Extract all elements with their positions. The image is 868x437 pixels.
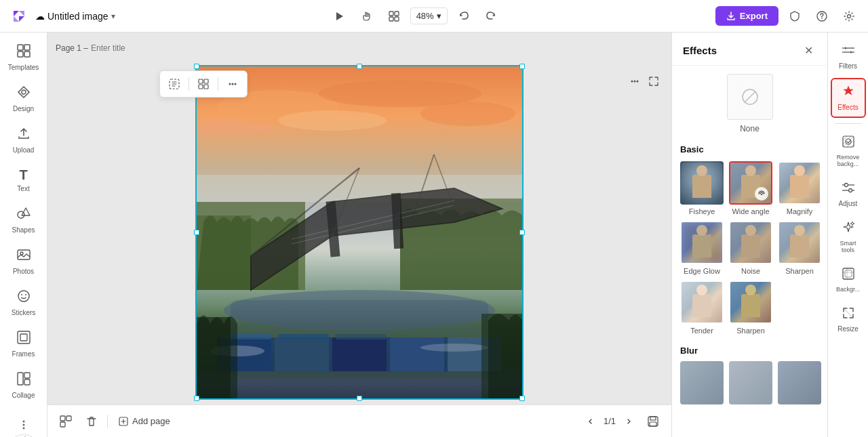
background-label: Backgr... [836,286,860,293]
frames-icon [16,330,31,348]
svg-rect-23 [24,373,30,378]
fullscreen-button[interactable] [644,72,663,91]
settings-filters[interactable]: Filters [831,38,866,75]
hand-tool-button[interactable] [356,5,378,27]
selection-handle-br[interactable] [519,396,525,401]
sidebar-item-templates[interactable]: Templates [3,38,44,77]
blur-grid [680,361,819,404]
selection-handle-mr[interactable] [519,230,525,235]
sidebar-item-upload[interactable]: Upload [3,121,44,159]
canvas-image[interactable] [197,66,522,398]
canvas-more-button[interactable] [625,72,644,91]
arrange-button[interactable] [56,411,76,432]
effect-noise[interactable]: Noise [729,221,772,275]
help-button[interactable] [811,5,833,27]
svg-rect-30 [204,79,208,83]
grid-tool-button[interactable] [193,74,214,94]
layout-button[interactable] [383,5,405,27]
design-icon [16,85,31,103]
svg-point-43 [420,102,515,126]
text-icon: T [19,167,27,183]
svg-rect-64 [390,337,444,371]
collage-icon [16,371,31,390]
zoom-chevron: ▾ [437,11,441,21]
sharpen2-label: Sharpen [736,327,765,335]
blur-item-1[interactable] [680,361,724,404]
select-tool-button[interactable] [164,74,184,94]
effect-sharpen2[interactable]: Sharpen [729,280,772,335]
svg-rect-74 [66,416,71,421]
add-page-button[interactable]: Add page [113,413,176,429]
sharpen-label: Sharpen [785,267,814,275]
svg-marker-0 [336,12,343,20]
effects-none-option[interactable]: None [680,74,819,133]
zoom-value: 48% [416,11,434,21]
selection-handle-tm[interactable] [357,64,362,69]
effect-tender[interactable]: Tender [680,280,724,335]
selection-handle-ml[interactable] [194,230,199,235]
sidebar-item-shapes[interactable]: Shapes [3,201,44,239]
next-page-button[interactable] [621,413,637,430]
remove-bg-label: Remove backg... [833,154,863,167]
settings-effects[interactable]: Effects [831,78,866,118]
sidebar-item-stickers[interactable]: Stickers [3,283,44,322]
effect-sharpen[interactable]: Sharpen [778,221,821,275]
selection-handle-bl[interactable] [194,396,199,401]
play-button[interactable] [329,5,351,27]
sidebar-item-frames[interactable]: Frames [3,325,44,363]
svg-line-99 [844,308,853,318]
sidebar-item-text[interactable]: T Text [3,162,44,198]
svg-point-90 [846,139,851,144]
svg-line-81 [745,91,755,102]
none-box [727,74,773,120]
sidebar-item-collage[interactable]: Collage [3,366,44,404]
svg-rect-1 [389,12,393,16]
settings-resize[interactable]: Resize [831,301,866,338]
more-tool-button[interactable] [222,74,243,94]
svg-rect-15 [18,250,30,259]
effect-edge-glow[interactable]: Edge Glow [680,221,724,275]
effect-magnify[interactable]: Magnify [778,161,821,215]
sidebar-more-button[interactable] [12,418,36,432]
templates-icon [16,43,31,62]
sidebar-collapse-button[interactable] [14,434,33,437]
settings-remove-bg[interactable]: Remove backg... [831,129,866,173]
svg-rect-8 [18,45,23,50]
settings-button[interactable] [838,5,860,27]
svg-rect-32 [204,85,208,89]
settings-background[interactable]: Backgr... [831,262,866,298]
export-button[interactable]: Export [715,6,778,26]
save-button[interactable] [643,411,663,432]
svg-rect-95 [843,268,854,279]
sidebar-item-design[interactable]: Design [3,79,44,118]
redo-button[interactable] [480,5,502,27]
svg-rect-29 [199,79,203,83]
sidebar-item-photos[interactable]: Photos [3,242,44,280]
svg-rect-3 [389,17,393,21]
settings-adjust[interactable]: Adjust [831,175,866,213]
selection-handle-tl[interactable] [194,64,199,69]
zoom-control[interactable]: 48% ▾ [410,7,448,24]
settings-smart-tools[interactable]: Smart tools [831,215,866,259]
svg-rect-68 [336,334,387,339]
blur-item-2[interactable] [729,361,772,404]
document-title[interactable]: ☁ Untitled image ▾ [35,11,115,22]
app-logo[interactable] [8,5,30,27]
shield-button[interactable] [784,5,806,27]
page-title-input[interactable] [91,43,193,53]
prev-page-button[interactable] [582,413,598,430]
undo-button[interactable] [453,5,475,27]
remove-bg-icon [842,135,855,152]
effect-fisheye[interactable]: Fisheye [680,161,724,215]
svg-point-26 [22,424,24,426]
blur-item-3[interactable] [778,361,821,404]
trash-button[interactable] [81,411,102,432]
effects-close-button[interactable]: ✕ [800,42,816,58]
selection-handle-bm[interactable] [357,396,362,401]
noise-thumb [729,221,772,264]
wide-angle-thumb [729,161,772,205]
selection-handle-tr[interactable] [519,64,525,69]
canvas-frame[interactable] [197,66,522,398]
blur-thumb-3 [778,361,821,404]
effect-wide-angle[interactable]: Wide angle [729,161,772,215]
